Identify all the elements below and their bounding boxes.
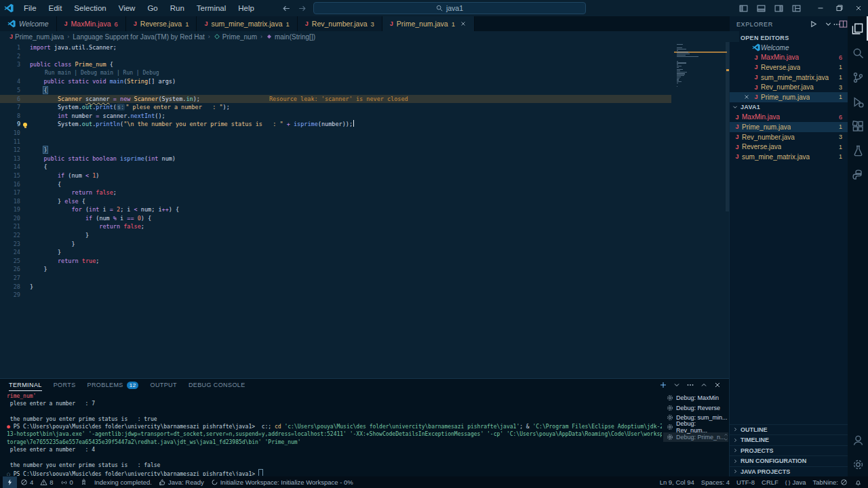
code-line-22[interactable]: 22 }: [0, 231, 730, 240]
code-line-7[interactable]: 7 System.out.print(s:" plese enter a num…: [0, 103, 730, 112]
line-number[interactable]: 11: [0, 138, 20, 146]
line-number[interactable]: 21: [0, 222, 20, 231]
terminal-output[interactable]: rime_num' plese enter a number : 7 the n…: [7, 392, 662, 476]
code-line-19[interactable]: 19 for (int i = 2; i < num; i++) {: [0, 205, 730, 214]
line-number[interactable]: 20: [0, 214, 20, 223]
line-number[interactable]: 8: [0, 112, 20, 121]
line-number[interactable]: 10: [0, 129, 20, 138]
code-line-28[interactable]: 28}: [0, 283, 730, 291]
panel-tab-ports[interactable]: PORTS: [54, 379, 76, 391]
line-number[interactable]: 22: [0, 231, 20, 240]
line-number[interactable]: 13: [0, 155, 20, 163]
status-remote-indicator[interactable]: [3, 476, 17, 488]
status-problems-errors[interactable]: 4: [17, 476, 37, 488]
code-line-26[interactable]: 26 }: [0, 265, 730, 274]
close-panel-button-icon[interactable]: [713, 381, 722, 389]
toggle-panel-icon[interactable]: [753, 0, 769, 16]
run-button-icon[interactable]: [809, 20, 818, 28]
code-line-5[interactable]: 5 {: [0, 86, 730, 95]
menu-run[interactable]: Run: [164, 0, 191, 16]
open-editor-item[interactable]: Welcome: [730, 43, 848, 53]
folder-header[interactable]: JAVA1: [730, 102, 848, 113]
panel-tab-terminal[interactable]: TERMINAL: [9, 379, 42, 391]
menu-help[interactable]: Help: [232, 0, 260, 16]
menu-file[interactable]: File: [18, 0, 43, 16]
lightbulb-icon[interactable]: [23, 123, 27, 127]
tab-sum-mine-matrix-java[interactable]: Jsum_mine_matrix.java1: [197, 16, 297, 31]
nav-forward-icon[interactable]: [298, 4, 307, 13]
activity-source-control[interactable]: [848, 65, 868, 89]
section-timeline[interactable]: TIMELINE: [730, 434, 848, 445]
toggle-secondary-sidebar-icon[interactable]: [770, 0, 787, 16]
line-number[interactable]: 7: [0, 103, 20, 112]
panel-tab-problems[interactable]: PROBLEMS12: [87, 379, 139, 391]
activity-search[interactable]: [848, 41, 868, 65]
line-number[interactable]: 25: [0, 257, 20, 266]
file-item[interactable]: JReverse.java1: [730, 142, 848, 152]
open-editor-item[interactable]: JPrime_num.java1: [730, 92, 848, 102]
code-line-21[interactable]: 21 return false;: [0, 222, 730, 231]
status-tabnine-status[interactable]: TabNine:: [810, 476, 852, 488]
code-line-25[interactable]: 25 return true;: [0, 257, 730, 266]
code-line-13[interactable]: 13 public static boolean isprime(int num…: [0, 155, 730, 163]
line-number[interactable]: 29: [0, 291, 20, 300]
tab-reverse-java[interactable]: JReverse.java1: [126, 16, 197, 31]
status-problems-warnings[interactable]: 8: [37, 476, 56, 488]
line-number[interactable]: 2: [0, 52, 20, 61]
status-java-server-mode[interactable]: [77, 476, 91, 488]
code-line-12[interactable]: 12 }: [0, 146, 730, 155]
line-number[interactable]: 26: [0, 265, 20, 274]
line-number[interactable]: 17: [0, 188, 20, 197]
terminal-instance[interactable]: Debug: MaxMin: [663, 393, 728, 403]
code-line-14[interactable]: 14 {: [0, 163, 730, 171]
activity-python[interactable]: [848, 163, 868, 187]
code-line-23[interactable]: 23 }: [0, 240, 730, 249]
breadcrumb-item[interactable]: JPrime_num.java: [9, 33, 64, 41]
tab-welcome[interactable]: Welcome: [0, 16, 57, 31]
code-line-4[interactable]: 4 public static void main(String[] args): [0, 77, 730, 86]
code-line-29[interactable]: 29: [0, 291, 730, 300]
tab-maxmin-java[interactable]: JMaxMin.java6: [57, 16, 126, 31]
code-line-20[interactable]: 20 if (num % i == 0) {: [0, 214, 730, 223]
code-line-15[interactable]: 15 if (num < 1): [0, 171, 730, 180]
status-cursor-position[interactable]: Ln 9, Col 94: [656, 476, 698, 488]
code-line-18[interactable]: 18 } else {: [0, 197, 730, 206]
status-indexing-status[interactable]: Indexing completed.: [91, 476, 155, 488]
activity-testing[interactable]: [848, 138, 868, 163]
status-java-ready[interactable]: Java: Ready: [155, 476, 208, 488]
status-encoding[interactable]: UTF-8: [733, 476, 758, 488]
new-terminal-button-icon[interactable]: [659, 381, 667, 389]
code-line-11[interactable]: 11: [0, 138, 730, 146]
code-line-17[interactable]: 17 return false;: [0, 188, 730, 197]
nav-back-icon[interactable]: [282, 4, 291, 13]
section-run-configuration[interactable]: RUN CONFIGURATION: [730, 455, 848, 466]
editor-more-actions-icon[interactable]: [854, 20, 863, 28]
activity-run-and-debug[interactable]: [848, 89, 868, 114]
line-number[interactable]: 19: [0, 205, 20, 214]
activity-settings[interactable]: [848, 452, 868, 476]
line-number[interactable]: 3: [0, 60, 20, 69]
list-scroll-arrows[interactable]: [724, 432, 728, 442]
line-number[interactable]: 15: [0, 171, 20, 180]
line-number[interactable]: 24: [0, 248, 20, 257]
activity-accounts[interactable]: [848, 428, 868, 452]
breadcrumb-item[interactable]: main(String[]): [266, 33, 315, 41]
line-number[interactable]: 14: [0, 163, 20, 171]
line-number[interactable]: 23: [0, 240, 20, 249]
open-editor-item[interactable]: Jsum_mine_matrix.java1: [730, 73, 848, 83]
line-number[interactable]: 4: [0, 77, 20, 86]
menu-terminal[interactable]: Terminal: [191, 0, 232, 16]
line-number[interactable]: 12: [0, 146, 20, 155]
status-language-mode[interactable]: { }Java: [782, 476, 810, 488]
minimap[interactable]: [677, 44, 724, 89]
section-projects[interactable]: PROJECTS: [730, 445, 848, 456]
activity-extensions[interactable]: [848, 114, 868, 138]
section-java-projects[interactable]: JAVA PROJECTS: [730, 466, 848, 477]
panel-tab-debug-console[interactable]: DEBUG CONSOLE: [189, 379, 245, 391]
run-dropdown-icon[interactable]: [824, 20, 833, 28]
breadcrumb-item[interactable]: Prime_num: [214, 33, 257, 41]
status-eol-sequence[interactable]: CRLF: [758, 476, 782, 488]
terminal-instance[interactable]: Debug: Prime_n...: [663, 432, 728, 442]
line-number[interactable]: 1: [0, 43, 20, 52]
maximize-panel-button-icon[interactable]: [700, 381, 708, 389]
